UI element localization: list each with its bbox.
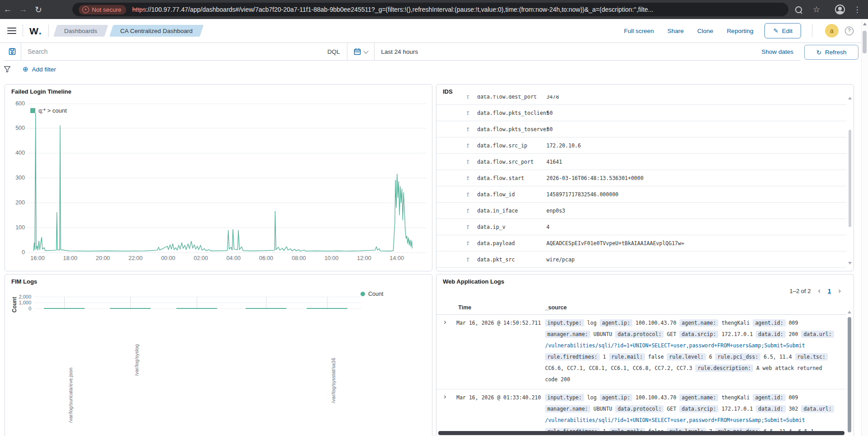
- column-time[interactable]: Time: [458, 304, 471, 311]
- legend-item[interactable]: q:* > count: [30, 107, 67, 114]
- show-dates-link[interactable]: Show dates: [761, 48, 801, 55]
- field-badge[interactable]: data.srcip:: [679, 331, 718, 338]
- reporting-link[interactable]: Reporting: [727, 28, 754, 34]
- bookmark-star-icon[interactable]: ☆: [808, 0, 825, 19]
- expand-row-icon[interactable]: ›: [444, 318, 446, 326]
- field-name: data.flow.start: [477, 175, 541, 181]
- field-badge[interactable]: rule.pci_dss:: [715, 353, 760, 360]
- field-value: 009: [789, 320, 798, 326]
- field-badge[interactable]: input.type:: [545, 394, 584, 401]
- date-picker-button[interactable]: [347, 48, 374, 55]
- field-badge[interactable]: agent.name:: [679, 319, 718, 327]
- add-filter-button[interactable]: ⊕ Add filter: [23, 65, 56, 73]
- ids-field-row[interactable]: tdata.flow.start2026-03-16T06:48:13.5363…: [436, 170, 846, 186]
- zoom-icon[interactable]: [790, 0, 806, 19]
- column-source[interactable]: _source: [545, 304, 567, 311]
- filter-funnel-icon[interactable]: [4, 66, 11, 73]
- bar[interactable]: [246, 308, 286, 309]
- field-badge[interactable]: manager.name:: [545, 331, 590, 338]
- ids-field-row[interactable]: tdata.flow.dest_port3478: [436, 95, 846, 105]
- field-badge[interactable]: data.protocol:: [615, 405, 664, 412]
- reload-icon[interactable]: ↻: [31, 5, 46, 15]
- field-badge[interactable]: input.type:: [545, 319, 584, 327]
- back-icon[interactable]: ←: [0, 5, 15, 14]
- log-row[interactable]: ›Mar 16, 2026 @ 01:33:40.210input.type: …: [436, 389, 846, 436]
- help-icon[interactable]: ?: [845, 27, 854, 35]
- scroll-up-icon[interactable]: [863, 23, 867, 25]
- legend-item[interactable]: Count: [360, 291, 383, 297]
- clone-link[interactable]: Clone: [697, 28, 713, 34]
- url-link[interactable]: /vulnerabilities/sqli/?id=1+UNION+SELECT…: [545, 342, 805, 349]
- field-badge[interactable]: data.srcip:: [679, 405, 718, 412]
- webapp-vertical-scrollbar[interactable]: [848, 317, 851, 432]
- bar[interactable]: [44, 308, 85, 309]
- field-badge[interactable]: agent.id:: [753, 319, 785, 327]
- scroll-up-icon[interactable]: [848, 311, 851, 313]
- scrollbar-thumb[interactable]: [863, 31, 867, 53]
- bar[interactable]: [307, 308, 347, 309]
- refresh-button[interactable]: ↻ Refresh: [804, 45, 859, 60]
- y-tick-label: 0: [12, 306, 31, 311]
- profile-icon[interactable]: [832, 0, 848, 19]
- field-badge[interactable]: rule.description:: [695, 365, 753, 372]
- ids-field-row[interactable]: tdata.ip_v4: [436, 219, 846, 235]
- field-badge[interactable]: agent.ip:: [600, 319, 632, 327]
- field-badge[interactable]: manager.name:: [545, 405, 590, 412]
- field-badge[interactable]: data.protocol:: [615, 331, 664, 338]
- address-bar[interactable]: × Not secure https://100.97.77.47/app/da…: [72, 3, 788, 16]
- scroll-down-icon[interactable]: [848, 262, 852, 265]
- ids-field-row[interactable]: tdata.flow.src_ip172.20.10.6: [436, 137, 846, 154]
- next-page-icon[interactable]: ›: [838, 286, 841, 295]
- ids-field-row[interactable]: tdata.flow_id1458971717832546.000000: [436, 186, 846, 203]
- expand-row-icon[interactable]: ›: [444, 393, 446, 401]
- prev-page-icon[interactable]: ‹: [818, 286, 821, 295]
- log-row[interactable]: ›Mar 16, 2026 @ 14:50:52.711input.type: …: [436, 315, 846, 389]
- field-type-icon: t: [466, 208, 472, 214]
- edit-button[interactable]: ✎ Edit: [764, 23, 801, 38]
- field-badge[interactable]: rule.mail:: [609, 353, 645, 360]
- page-scrollbar[interactable]: [861, 19, 868, 436]
- not-secure-badge[interactable]: × Not secure: [79, 5, 126, 14]
- ids-field-row[interactable]: tdata.flow.pkts_toclient50: [436, 105, 846, 121]
- field-badge[interactable]: data.id:: [756, 331, 785, 338]
- search-input[interactable]: [21, 48, 320, 55]
- page-number[interactable]: 1: [828, 288, 831, 294]
- field-badge[interactable]: rule.firedtimes:: [545, 353, 600, 360]
- menu-icon[interactable]: [7, 28, 16, 34]
- field-value: 6: [709, 354, 712, 360]
- breadcrumb-dashboards[interactable]: Dashboards: [53, 25, 108, 37]
- forward-icon[interactable]: →: [15, 5, 31, 14]
- ids-field-row[interactable]: tdata.in_ifaceenp0s3: [436, 203, 846, 219]
- bar[interactable]: [176, 308, 217, 309]
- time-range-value[interactable]: Last 24 hours: [375, 48, 418, 55]
- ids-field-row[interactable]: tdata.flow.pkts_toserver50: [436, 121, 846, 137]
- bar[interactable]: [110, 308, 151, 309]
- url-link[interactable]: /vulnerabilities/sqli/?id=1+UNION+SELECT…: [545, 417, 805, 423]
- wazuh-logo[interactable]: W.: [29, 24, 42, 37]
- panel-failed-login-timeline: Failed Login Timeline 010020030040050060…: [5, 84, 432, 271]
- field-badge[interactable]: data.id:: [756, 405, 785, 412]
- field-badge[interactable]: data.url:: [801, 331, 834, 338]
- ids-field-row[interactable]: tdata.protoUDP: [436, 268, 846, 270]
- log-source: input.type: log agent.ip: 100.100.43.70 …: [545, 392, 835, 436]
- field-badge[interactable]: agent.id:: [753, 394, 785, 401]
- save-query-button[interactable]: [4, 43, 21, 60]
- webapp-horizontal-scrollbar[interactable]: [438, 431, 844, 435]
- field-badge[interactable]: rule.level:: [667, 353, 706, 360]
- ids-field-row[interactable]: tdata.flow.src_port41641: [436, 154, 846, 170]
- field-badge[interactable]: rule.tsc:: [795, 353, 828, 360]
- full-screen-link[interactable]: Full screen: [624, 28, 654, 34]
- avatar[interactable]: a: [825, 24, 839, 38]
- ids-scrollbar[interactable]: [849, 130, 851, 227]
- field-value: thengKali: [721, 394, 749, 401]
- dql-toggle[interactable]: DQL: [320, 48, 347, 55]
- ids-field-row[interactable]: tdata.payloadAQEADCESpEIvF01e0TVvpeU+tBk…: [436, 235, 846, 251]
- ids-field-row[interactable]: tdata.pkt_srcwire/pcap: [436, 251, 846, 268]
- scroll-up-icon[interactable]: [848, 97, 852, 100]
- share-link[interactable]: Share: [668, 28, 684, 34]
- field-type-icon: t: [466, 110, 472, 116]
- browser-menu-icon[interactable]: ⋮: [849, 0, 865, 19]
- field-badge[interactable]: agent.name:: [679, 394, 718, 401]
- field-badge[interactable]: agent.ip:: [600, 394, 632, 401]
- field-badge[interactable]: data.url:: [801, 405, 834, 412]
